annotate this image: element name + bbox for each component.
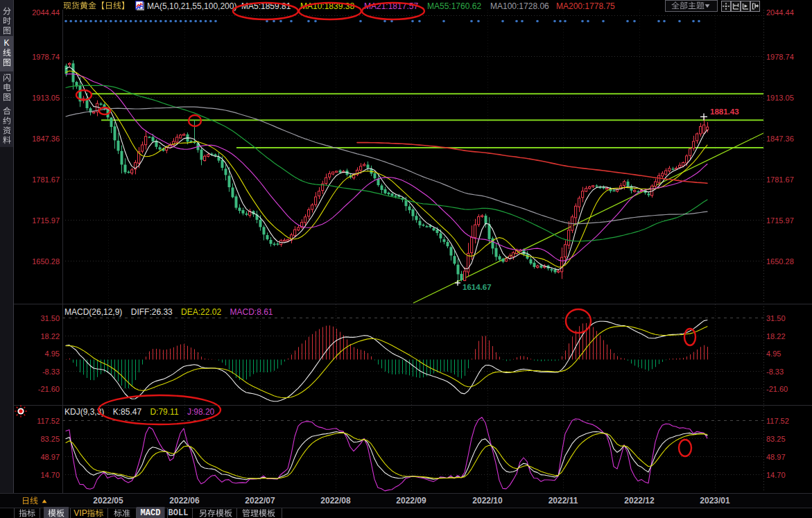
- cjk-glyph: [122, 509, 130, 517]
- toolbar-separator: [236, 508, 237, 518]
- candle-body-down: [381, 185, 383, 190]
- cjk-glyph: [114, 509, 122, 517]
- signal-dot: [94, 20, 97, 23]
- pan-crosshair-icon[interactable]: [721, 1, 731, 12]
- toolbar-item-2[interactable]: VIP: [69, 507, 107, 518]
- macd-dea-line: [66, 326, 707, 397]
- macd-axis-label-right: 4.95: [766, 349, 781, 358]
- kdj-axis-label-left: 48.97: [40, 453, 60, 461]
- price-axis-label-left: 1650.28: [32, 257, 60, 266]
- snap-right-icon[interactable]: [741, 1, 750, 12]
- macd-dea-value: DEA:22.02: [181, 307, 221, 317]
- exit-pane-icon[interactable]: [750, 1, 760, 12]
- signal-dot: [114, 20, 117, 23]
- x-axis-month-label: 2022/05: [93, 496, 123, 506]
- candle-body-up: [315, 197, 317, 205]
- signal-dot: [663, 20, 666, 23]
- signal-dot: [290, 20, 293, 23]
- ma-line-ma5: [66, 67, 707, 270]
- candle-body-up: [360, 166, 362, 171]
- toolbar-item-0[interactable]: [15, 507, 40, 518]
- sidebar-tab-contract-info[interactable]: [0, 104, 13, 148]
- macd-macd-value: MACD:8.61: [230, 307, 273, 317]
- ma-value-1: MA10:1839.38: [300, 1, 354, 11]
- macd-axis-label-right: -21.60: [766, 385, 788, 393]
- candle-body-up: [166, 148, 168, 150]
- kdj-indicator-header: KDJ(9,3,3) K:85.47 D:79.11 J:98.20: [64, 407, 221, 417]
- candle-body-up: [297, 227, 300, 230]
- cjk-glyph: [3, 17, 11, 25]
- signal-dot: [553, 20, 556, 23]
- ma-line-ma21: [66, 74, 707, 261]
- cjk-glyph: [30, 497, 38, 505]
- cjk-glyph: [3, 93, 11, 101]
- cjk-glyph: [3, 136, 11, 144]
- toolbar-item-3[interactable]: [110, 507, 135, 518]
- candle-body-down: [596, 186, 598, 187]
- candle-body-down: [121, 151, 123, 165]
- candle-body-up: [658, 175, 660, 182]
- signal-dot: [390, 20, 393, 23]
- signal-dot: [307, 20, 310, 23]
- kline-chart-canvas[interactable]: 2044.442044.441978.741978.741913.051913.…: [0, 0, 812, 518]
- signal-dot: [205, 20, 207, 23]
- signal-dot: [110, 20, 112, 23]
- candle-body-up: [703, 125, 705, 133]
- candle-body-up: [707, 127, 709, 130]
- x-axis-month-label: 2023/01: [700, 496, 729, 506]
- candle-body-down: [103, 105, 106, 107]
- candle-body-down: [457, 265, 460, 275]
- signal-dot: [383, 20, 386, 23]
- candle-body-up: [634, 191, 636, 192]
- candle-body-down: [263, 227, 266, 234]
- signal-dot: [602, 20, 605, 23]
- signal-dot: [209, 20, 212, 23]
- candle-body-down: [221, 160, 224, 168]
- cjk-glyph: [696, 1, 705, 10]
- toolbar-item-4[interactable]: MACD: [137, 507, 165, 518]
- toolbar-item-6[interactable]: [195, 507, 236, 518]
- macd-axis-label-left: 4.95: [45, 349, 60, 358]
- kdj-axis-label-right: 14.70: [766, 471, 786, 479]
- candle-body-up: [180, 135, 182, 138]
- vertical-char: [0, 126, 13, 135]
- high-price-label: 1881.43: [710, 107, 739, 116]
- candle-body-up: [464, 271, 466, 281]
- candle-body-down: [422, 225, 425, 226]
- toolbar-separator: [282, 508, 282, 518]
- cjk-glyph: [3, 83, 11, 92]
- kdj-axis-label-right: 48.97: [766, 453, 786, 461]
- signal-dot: [100, 20, 103, 23]
- signal-dot: [194, 20, 197, 23]
- cjk-glyph: [3, 26, 11, 35]
- toolbar-item-5[interactable]: BOLL: [164, 507, 193, 518]
- signal-dot: [164, 20, 167, 23]
- sidebar-tab-flash[interactable]: [0, 71, 13, 105]
- cjk-glyph: [671, 1, 680, 10]
- candle-body-up: [183, 135, 185, 136]
- candle-body-down: [384, 189, 387, 193]
- price-axis-label-right: 1715.97: [766, 216, 794, 225]
- candle-body-down: [152, 137, 155, 141]
- candle-body-down: [408, 207, 411, 210]
- theme-dropdown-button[interactable]: [665, 0, 718, 12]
- candle-body-down: [235, 196, 238, 207]
- signal-dot: [314, 20, 317, 23]
- toolbar-item-7[interactable]: [238, 507, 279, 518]
- cjk-glyph: [3, 107, 11, 115]
- signal-dot: [89, 20, 92, 23]
- snap-left-icon[interactable]: [731, 1, 741, 12]
- vertical-char: [0, 135, 13, 145]
- candle-body-up: [568, 230, 570, 245]
- ma-value-4: MA100:1728.06: [490, 1, 549, 11]
- sidebar-tab-kline[interactable]: K: [0, 36, 13, 71]
- candle-body-down: [648, 193, 650, 195]
- candle-body-up: [679, 165, 681, 167]
- macd-axis-label-left: -8.33: [42, 368, 60, 376]
- signal-dot: [678, 20, 681, 23]
- candle-body-down: [100, 103, 103, 105]
- triangle-up-icon: [42, 496, 49, 506]
- ma-value-2: MA21:1817.57: [364, 1, 418, 11]
- toolbar-item-1[interactable]: [44, 507, 69, 518]
- period-selector[interactable]: [21, 496, 49, 506]
